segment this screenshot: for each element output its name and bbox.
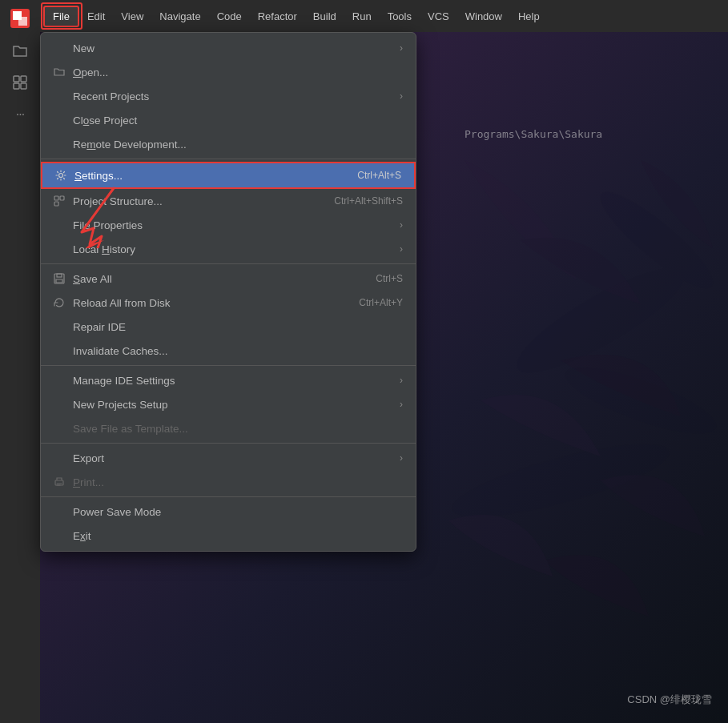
watermark: CSDN @绯樱珑雪 [627, 693, 712, 707]
local-history-icon [52, 242, 66, 256]
new-arrow: › [400, 42, 403, 54]
svg-rect-9 [14, 83, 19, 89]
new-icon [52, 41, 66, 55]
repair-ide-label: Repair IDE [73, 321, 403, 333]
divider-3 [41, 365, 416, 366]
save-all-label: Save All [73, 273, 376, 285]
save-all-icon [52, 271, 66, 286]
menu-save-file-as-template: Save File as Template... [41, 416, 416, 440]
menu-item-run[interactable]: Run [344, 7, 380, 26]
recent-projects-arrow: › [400, 90, 403, 102]
print-label: Print... [73, 476, 403, 488]
new-projects-label: New Projects Setup [73, 399, 400, 411]
export-icon [52, 451, 66, 465]
save-all-shortcut: Ctrl+S [376, 273, 403, 284]
sidebar-icon-modules[interactable] [6, 68, 34, 97]
exit-label: Exit [73, 530, 403, 542]
menu-item-edit[interactable]: Edit [79, 7, 113, 26]
open-label: Open... [73, 66, 403, 78]
manage-ide-arrow: › [400, 375, 403, 386]
file-dropdown-menu: New › Open... Recent Projects › Close Pr… [40, 32, 416, 552]
menu-open[interactable]: Open... [41, 60, 416, 84]
remote-dev-icon [52, 137, 66, 151]
svg-rect-18 [55, 480, 63, 485]
settings-icon [54, 168, 68, 183]
sidebar-icon-folder[interactable] [6, 36, 34, 65]
close-project-label: Close Project [73, 114, 403, 127]
menu-invalidate-caches[interactable]: Invalidate Caches... [41, 339, 416, 363]
menu-repair-ide[interactable]: Repair IDE [41, 315, 416, 339]
svg-rect-15 [54, 202, 58, 206]
export-label: Export [73, 452, 400, 464]
svg-rect-7 [14, 76, 19, 82]
invalidate-icon [52, 343, 66, 358]
menu-exit[interactable]: Exit [41, 524, 416, 548]
svg-rect-8 [21, 76, 26, 82]
menu-power-save-mode[interactable]: Power Save Mode [41, 500, 416, 524]
svg-rect-14 [60, 196, 64, 200]
save-template-icon [52, 421, 66, 436]
menu-new[interactable]: New › [41, 36, 416, 60]
menu-bar: File Edit View Navigate Code Refactor Bu… [40, 0, 728, 32]
file-properties-arrow: › [400, 219, 403, 231]
power-save-label: Power Save Mode [73, 506, 403, 518]
export-arrow: › [400, 452, 403, 464]
save-template-label: Save File as Template... [73, 423, 403, 435]
repair-icon [52, 319, 66, 334]
settings-shortcut: Ctrl+Alt+S [357, 170, 401, 181]
recent-projects-label: Recent Projects [73, 90, 400, 102]
menu-item-code[interactable]: Code [209, 7, 250, 26]
sidebar-icon-more[interactable]: ··· [6, 100, 34, 129]
local-history-arrow: › [400, 243, 403, 255]
path-text: Programs\Sakura\Sakura [465, 128, 602, 140]
menu-item-tools[interactable]: Tools [380, 7, 420, 26]
reload-icon [52, 295, 66, 310]
divider-1 [41, 159, 416, 159]
svg-rect-13 [54, 196, 58, 200]
open-icon [52, 65, 66, 79]
menu-item-navigate[interactable]: Navigate [151, 7, 208, 26]
divider-2 [41, 263, 416, 264]
manage-ide-label: Manage IDE Settings [73, 375, 400, 387]
power-save-icon [52, 504, 66, 519]
menu-item-vcs[interactable]: VCS [420, 7, 457, 26]
divider-4 [41, 443, 416, 444]
exit-icon [52, 528, 66, 543]
menu-reload-all[interactable]: Reload All from Disk Ctrl+Alt+Y [41, 291, 416, 315]
menu-export[interactable]: Export › [41, 446, 416, 470]
app-logo [6, 4, 34, 33]
reload-all-label: Reload All from Disk [73, 297, 359, 309]
project-structure-icon [52, 194, 66, 208]
invalidate-caches-label: Invalidate Caches... [73, 345, 403, 357]
menu-item-refactor[interactable]: Refactor [250, 7, 305, 26]
project-structure-shortcut: Ctrl+Alt+Shift+S [334, 195, 403, 207]
menu-item-view[interactable]: View [113, 7, 151, 26]
manage-ide-icon [52, 373, 66, 388]
menu-manage-ide-settings[interactable]: Manage IDE Settings › [41, 368, 416, 392]
new-projects-arrow: › [400, 399, 403, 410]
svg-point-12 [59, 174, 63, 178]
menu-new-projects-setup[interactable]: New Projects Setup › [41, 392, 416, 416]
new-label: New [73, 42, 400, 54]
file-properties-icon [52, 218, 66, 232]
menu-save-all[interactable]: Save All Ctrl+S [41, 267, 416, 291]
menu-remote-development[interactable]: Remote Development... [41, 132, 416, 156]
print-icon [52, 475, 66, 489]
menu-recent-projects[interactable]: Recent Projects › [41, 84, 416, 108]
svg-rect-17 [57, 274, 62, 277]
menu-close-project[interactable]: Close Project [41, 108, 416, 132]
menu-item-help[interactable]: Help [510, 7, 548, 26]
reload-all-shortcut: Ctrl+Alt+Y [359, 297, 403, 308]
menu-print: Print... [41, 470, 416, 494]
close-project-icon [52, 113, 66, 127]
menu-item-window[interactable]: Window [457, 7, 510, 26]
svg-rect-6 [18, 17, 27, 26]
new-projects-icon [52, 397, 66, 412]
divider-5 [41, 496, 416, 497]
settings-label: Settings... [74, 170, 357, 182]
menu-item-file[interactable]: File [43, 6, 79, 27]
menu-item-build[interactable]: Build [305, 7, 344, 26]
remote-dev-label: Remote Development... [73, 139, 403, 151]
svg-rect-10 [21, 83, 26, 89]
recent-projects-icon [52, 89, 66, 103]
